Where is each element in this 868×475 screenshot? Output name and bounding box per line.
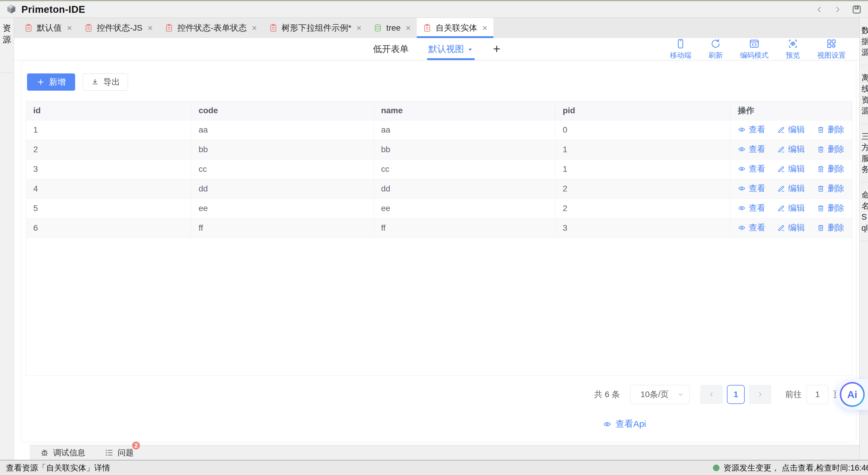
column-header: code [191,101,374,120]
view-action[interactable]: 查看 [738,202,765,214]
tab-default-view[interactable]: 默认视图 [428,38,473,60]
tab-close-icon[interactable]: × [356,24,362,32]
cell-id: 4 [26,179,191,199]
cell-pid: 1 [556,159,731,179]
caret-down-icon [467,47,473,53]
download-icon [91,78,99,86]
mobile-icon [675,38,686,49]
view-action[interactable]: 查看 [738,124,765,135]
right-rail-item[interactable]: 数据源 [860,18,868,65]
form-icon [269,24,278,32]
editor-tab[interactable]: 控件状态-JS × [78,18,159,38]
delete-action[interactable]: 删除 [816,144,844,155]
cell-id: 5 [26,199,191,218]
cell-name: ff [374,218,555,238]
pencil-icon [777,145,785,153]
tab-close-icon[interactable]: × [482,24,488,32]
add-button[interactable]: 新增 [27,73,75,91]
left-rail-item[interactable]: 资源 [0,18,14,73]
code-icon [749,38,760,49]
delete-action[interactable]: 删除 [816,183,844,194]
editor-tab-label: 自关联实体 [435,22,477,34]
eye-icon [738,165,746,173]
edit-action[interactable]: 编辑 [777,202,805,214]
edit-action[interactable]: 编辑 [777,144,805,155]
toolbar-tool[interactable]: 预览 [786,38,800,60]
edit-action[interactable]: 编辑 [777,183,805,194]
toolbar-tool[interactable]: 编码模式 [740,38,769,60]
db-icon [373,24,382,32]
view-api-link[interactable]: 查看Api [603,418,646,430]
page-size-select[interactable]: 10条/页 [630,385,689,404]
data-table: id code name pid 操作 [26,101,852,376]
title-bar: Primeton-IDE [0,0,868,18]
save-icon[interactable] [851,4,862,15]
table-row: 1 aa aa 0 查看 [26,120,852,140]
left-rail: 资源 [0,18,14,460]
cell-name: ee [374,199,555,218]
toolbar-tool[interactable]: 移动端 [670,38,691,60]
table-row: 4 dd dd 2 查看 [26,179,852,199]
cell-code: dd [191,179,374,199]
cell-code: cc [191,159,374,179]
tab-low-code-form[interactable]: 低开表单 [373,38,409,60]
export-button[interactable]: 导出 [83,73,128,91]
api-row: 查看Api [24,418,854,430]
right-rail-item[interactable]: 离线资源 [860,65,868,124]
editor-tab-label: 树形下拉组件示例* [282,22,351,34]
delete-action[interactable]: 删除 [816,124,844,135]
cell-pid: 1 [556,140,731,159]
editor-tab[interactable]: 控件状态-表单状态 × [159,18,263,38]
pagination: 共 6 条 10条/页 1 前往 页 [24,385,854,404]
edit-action[interactable]: 编辑 [777,124,805,135]
debug-info-button[interactable]: 调试信息 [40,447,85,458]
delete-action[interactable]: 删除 [816,202,844,214]
form-icon [84,24,93,32]
view-tabs: 低开表单 默认视图 + [373,38,500,60]
tab-close-icon[interactable]: × [67,24,72,32]
editor-tab[interactable]: 树形下拉组件示例* × [263,18,368,38]
goto-page-input[interactable] [807,385,829,404]
toolbar-tool[interactable]: 视图设置 [817,38,846,60]
page-number-button[interactable]: 1 [727,385,745,404]
view-action[interactable]: 查看 [738,183,765,194]
eye-icon [603,420,612,428]
app-logo-icon [5,4,17,16]
tab-close-icon[interactable]: × [252,24,257,32]
cell-actions: 查看 编辑 删除 [731,140,852,159]
back-icon[interactable] [814,5,824,14]
table-actions-bar: 新增 导出 [27,73,854,91]
view-action[interactable]: 查看 [738,163,765,175]
resource-change-notice[interactable]: 资源发生变更， 点击查看,检查时间:16:46 [713,463,868,473]
next-page-button[interactable] [749,385,771,404]
editor-tab[interactable]: 自关联实体 × [417,18,493,38]
chevron-left-icon [708,391,715,398]
add-view-button[interactable]: + [493,38,500,60]
plus-icon [36,78,45,86]
edit-action[interactable]: 编辑 [777,222,805,233]
view-action[interactable]: 查看 [738,222,765,233]
main-area: 默认值 × 控件状态-JS × 控件状态-表单状态 × 树形下拉组件示例* × [14,18,859,460]
view-action[interactable]: 查看 [738,144,765,155]
tab-close-icon[interactable]: × [148,24,153,32]
ai-assistant-button[interactable]: Ai [836,379,868,410]
delete-action[interactable]: 删除 [816,222,844,233]
delete-action[interactable]: 删除 [816,163,844,175]
forward-icon[interactable] [833,5,842,14]
editor-tab-label: 默认值 [37,22,62,34]
right-rail-item[interactable]: 三方服务 [860,124,868,182]
editor-tab-label: 控件状态-JS [97,22,143,34]
problems-button[interactable]: 问题 2 [104,447,134,458]
editor-tab[interactable]: 默认值 × [18,18,78,38]
right-rail-item[interactable]: 命名Sql [860,182,868,241]
edit-action[interactable]: 编辑 [777,163,805,175]
eye-icon [738,224,746,232]
status-dot-icon [713,465,719,471]
toolbar-tool[interactable]: 刷新 [709,38,723,60]
tab-close-icon[interactable]: × [406,24,411,32]
prev-page-button[interactable] [700,385,723,404]
trash-icon [816,125,825,134]
default-view-label: 默认视图 [428,43,464,55]
editor-tab-label: tree [386,23,400,33]
editor-tab[interactable]: tree × [368,18,417,38]
